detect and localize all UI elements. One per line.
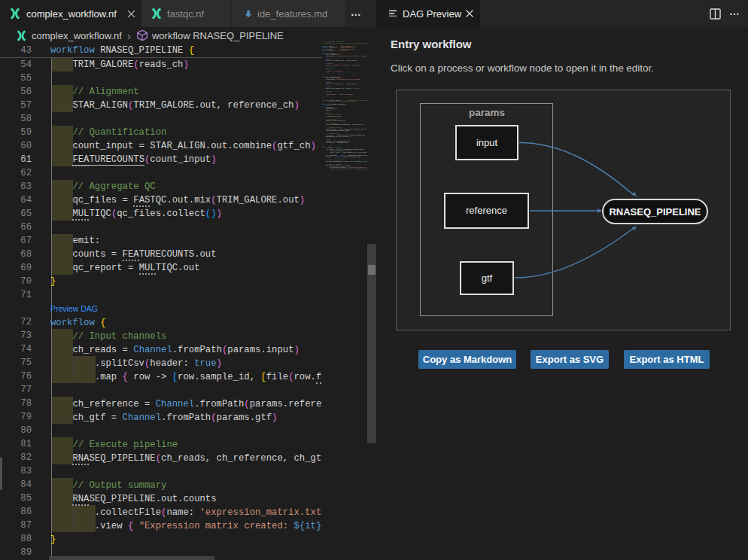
svg-text:input: input [476,137,498,148]
svg-text:gtf: gtf [482,272,493,284]
svg-text:reference: reference [466,205,507,216]
svg-text:params: params [469,107,505,118]
svg-text:RNASEQ_PIPELINE: RNASEQ_PIPELINE [609,206,701,218]
